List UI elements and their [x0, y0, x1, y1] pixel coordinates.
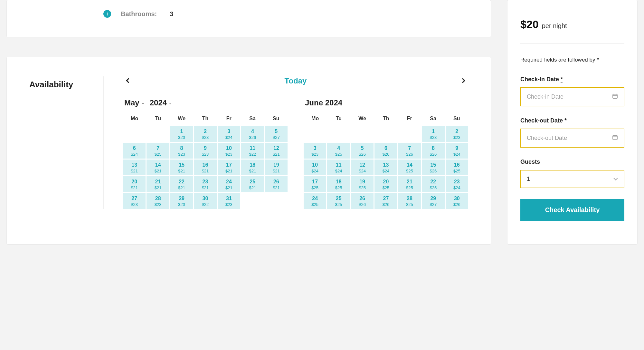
svg-rect-0 [613, 94, 617, 99]
calendar-day[interactable]: 13$24 [374, 160, 397, 175]
calendar-day[interactable]: 12$24 [351, 160, 374, 175]
calendar-day[interactable]: 22$21 [170, 176, 193, 192]
guests-select[interactable]: 1 [520, 170, 624, 188]
calendar-day[interactable]: 27$23 [123, 193, 146, 209]
calendar-prev-button[interactable] [126, 77, 129, 85]
calendar-day[interactable]: 15$21 [170, 160, 193, 175]
calendar-day[interactable]: 9$23 [194, 143, 216, 159]
day-price: $21 [242, 169, 263, 173]
calendar-day[interactable]: 16$25 [446, 160, 468, 175]
day-number: 4 [242, 129, 263, 134]
calendar-day[interactable]: 10$24 [304, 160, 326, 175]
calendar-day[interactable]: 1$23 [170, 126, 193, 142]
required-fields-note: Required fields are followed by * [520, 57, 624, 63]
calendar-day[interactable]: 15$26 [422, 160, 444, 175]
weekday-label: Sa [421, 114, 444, 123]
calendar-day[interactable]: 10$23 [218, 143, 240, 159]
calendar-day[interactable]: 29$27 [422, 193, 444, 209]
calendar-day[interactable]: 25$21 [241, 176, 264, 192]
calendar-day[interactable]: 18$25 [327, 176, 350, 192]
calendar-day[interactable]: 6$24 [123, 143, 146, 159]
calendar-next-button[interactable] [462, 77, 466, 85]
calendar-day[interactable]: 31$23 [218, 193, 240, 209]
checkout-input[interactable] [527, 135, 609, 141]
day-number: 27 [375, 196, 396, 201]
calendar-day[interactable]: 30$26 [446, 193, 468, 209]
calendar-day[interactable]: 8$23 [170, 143, 193, 159]
chevron-down-icon: ⌄ [141, 101, 145, 105]
calendar-day[interactable]: 26$21 [265, 176, 288, 192]
day-price: $25 [422, 185, 444, 190]
calendar-day[interactable]: 17$25 [304, 176, 326, 192]
calendar-day[interactable]: 20$21 [123, 176, 146, 192]
day-number: 4 [328, 145, 349, 151]
calendar-day[interactable]: 30$22 [194, 193, 216, 209]
day-number: 29 [422, 196, 444, 201]
calendar-day[interactable]: 19$21 [265, 160, 288, 175]
check-availability-button[interactable]: Check Availability [520, 199, 624, 221]
calendar-day[interactable]: 14$25 [398, 160, 421, 175]
calendar-day[interactable]: 8$26 [422, 143, 444, 159]
calendar-day[interactable]: 21$21 [147, 176, 169, 192]
checkout-input-wrap[interactable] [520, 129, 624, 148]
day-price: $25 [399, 202, 420, 207]
calendar-day[interactable]: 14$21 [147, 160, 169, 175]
day-number: 6 [124, 145, 145, 151]
calendar-day[interactable]: 29$23 [170, 193, 193, 209]
calendar-day[interactable]: 20$25 [374, 176, 397, 192]
calendar-day[interactable]: 23$21 [194, 176, 216, 192]
calendar-day[interactable]: 11$24 [327, 160, 350, 175]
calendar-day[interactable]: 11$22 [241, 143, 264, 159]
day-number: 24 [304, 196, 326, 201]
calendar-day[interactable]: 28$25 [398, 193, 421, 209]
today-button[interactable]: Today [285, 76, 307, 85]
calendar-day[interactable]: 25$25 [327, 193, 350, 209]
day-number: 2 [446, 129, 468, 134]
calendar-day[interactable]: 16$21 [194, 160, 216, 175]
calendar-day[interactable]: 24$21 [218, 176, 240, 192]
year-select[interactable]: 2024⌄ [150, 98, 172, 107]
calendar-day[interactable]: 18$21 [241, 160, 264, 175]
checkin-input-wrap[interactable] [520, 87, 624, 106]
day-number: 17 [218, 162, 240, 168]
calendar-day[interactable]: 6$26 [374, 143, 397, 159]
day-price: $21 [147, 169, 168, 173]
day-price: $25 [399, 185, 420, 190]
calendar-day[interactable]: 5$26 [351, 143, 374, 159]
checkin-input[interactable] [527, 93, 609, 100]
calendar-day[interactable]: 5$27 [265, 126, 288, 142]
day-number: 25 [328, 196, 349, 201]
day-number: 3 [304, 145, 326, 151]
calendar-day[interactable]: 7$26 [398, 143, 421, 159]
calendar-day[interactable]: 1$23 [422, 126, 444, 142]
calendar-day[interactable]: 13$21 [123, 160, 146, 175]
day-number: 22 [422, 179, 444, 185]
calendar-day[interactable]: 24$25 [304, 193, 326, 209]
svg-rect-4 [613, 136, 617, 140]
day-number: 20 [375, 179, 396, 185]
day-price: $25 [328, 202, 349, 207]
calendar-day[interactable]: 21$25 [398, 176, 421, 192]
calendar-day[interactable]: 28$23 [147, 193, 169, 209]
calendar-day[interactable]: 19$25 [351, 176, 374, 192]
month-select[interactable]: May⌄ [124, 98, 145, 107]
day-price: $21 [218, 185, 240, 190]
calendar-day[interactable]: 22$25 [422, 176, 444, 192]
weekday-label: Th [374, 114, 397, 123]
calendar-day[interactable]: 2$23 [194, 126, 216, 142]
calendar-day[interactable]: 23$24 [446, 176, 468, 192]
calendar-day[interactable]: 2$23 [446, 126, 468, 142]
calendar-day[interactable]: 3$24 [218, 126, 240, 142]
day-number: 27 [124, 196, 145, 201]
calendar-day[interactable]: 3$23 [304, 143, 326, 159]
calendar-day[interactable]: 7$25 [147, 143, 169, 159]
calendar-day[interactable]: 9$24 [446, 143, 468, 159]
calendar-day[interactable]: 4$25 [327, 143, 350, 159]
day-price: $26 [399, 152, 420, 157]
calendar-day[interactable]: 27$26 [374, 193, 397, 209]
calendar-day[interactable]: 4$26 [241, 126, 264, 142]
calendar-day[interactable]: 17$21 [218, 160, 240, 175]
calendar-day[interactable]: 26$26 [351, 193, 374, 209]
day-price: $24 [446, 185, 468, 190]
calendar-day[interactable]: 12$21 [265, 143, 288, 159]
